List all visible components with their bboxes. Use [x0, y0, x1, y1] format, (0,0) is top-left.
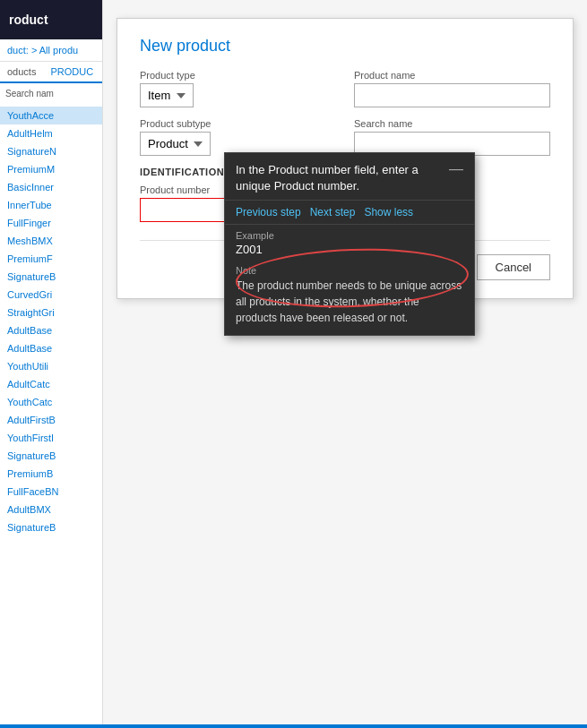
breadcrumb: duct: > All produ — [0, 39, 102, 62]
note-label: Note — [225, 261, 474, 278]
product-type-group: Product type Item — [140, 70, 336, 107]
list-item[interactable]: AdultCatc — [0, 375, 102, 393]
list-item[interactable]: SignatureB — [0, 447, 102, 465]
product-name-group: Product name — [354, 70, 550, 107]
search-name-group: Search name — [354, 118, 550, 156]
sidebar-search-area: Search nam — [0, 83, 102, 107]
list-item[interactable]: BasicInner — [0, 178, 102, 196]
show-less-link[interactable]: Show less — [364, 206, 413, 218]
example-value: Z001 — [225, 243, 474, 261]
list-item[interactable]: FullFinger — [0, 214, 102, 232]
list-item[interactable]: CurvedGri — [0, 286, 102, 304]
sidebar-title: roduct — [9, 13, 48, 27]
list-item[interactable]: StraightGri — [0, 304, 102, 321]
main-content: New product Product type Item Product na… — [103, 0, 587, 728]
tooltip-popup: In the Product number field, enter a uni… — [224, 152, 475, 336]
sidebar-header: roduct — [0, 0, 102, 39]
product-name-input[interactable] — [354, 83, 550, 107]
sidebar-tabs: oducts PRODUC — [0, 62, 102, 83]
list-item[interactable]: AdultFirstB — [0, 411, 102, 429]
cancel-button[interactable]: Cancel — [477, 254, 550, 280]
previous-step-link[interactable]: Previous step — [236, 206, 301, 218]
tooltip-header: In the Product number field, enter a uni… — [225, 153, 474, 201]
product-subtype-select[interactable]: Product — [140, 132, 211, 156]
product-subtype-group: Product subtype Product — [140, 118, 336, 156]
list-item[interactable]: YouthCatc — [0, 393, 102, 411]
list-item[interactable]: YouthFirstI — [0, 429, 102, 447]
product-name-label: Product name — [354, 70, 550, 81]
list-item[interactable]: MeshBMX — [0, 232, 102, 250]
list-item[interactable]: SignatureN — [0, 142, 102, 160]
product-type-select[interactable]: Item — [140, 83, 194, 107]
tab-produc[interactable]: PRODUC — [43, 62, 100, 83]
product-list: YouthAcce AdultHelm SignatureN PremiumM … — [0, 107, 102, 536]
list-item[interactable]: SignatureB — [0, 268, 102, 286]
tooltip-close-button[interactable]: — — [449, 162, 463, 176]
list-item[interactable]: PremiumF — [0, 250, 102, 268]
bottom-bar — [0, 724, 587, 728]
product-subtype-label: Product subtype — [140, 118, 336, 129]
list-item[interactable]: YouthUtili — [0, 357, 102, 375]
tab-products[interactable]: oducts — [0, 62, 43, 81]
list-item[interactable]: PremiumB — [0, 465, 102, 483]
tooltip-title: In the Product number field, enter a uni… — [236, 162, 442, 194]
list-item[interactable]: AdultBase — [0, 339, 102, 357]
list-item[interactable]: FullFaceBN — [0, 483, 102, 501]
search-label: Search nam — [5, 89, 97, 98]
list-item[interactable]: AdultHelm — [0, 124, 102, 142]
form-row-1: Product type Item Product name — [140, 70, 550, 107]
list-item[interactable]: AdultBMX — [0, 501, 102, 518]
list-item[interactable]: YouthAcce — [0, 107, 102, 124]
tooltip-navigation: Previous step Next step Show less — [225, 201, 474, 225]
list-item[interactable]: PremiumM — [0, 160, 102, 178]
list-item[interactable]: InnerTube — [0, 196, 102, 214]
next-step-link[interactable]: Next step — [310, 206, 356, 218]
sidebar: roduct duct: > All produ oducts PRODUC S… — [0, 0, 103, 728]
list-item[interactable]: SignatureB — [0, 518, 102, 536]
example-label: Example — [225, 225, 474, 243]
search-name-label: Search name — [354, 118, 550, 129]
dialog-title: New product — [140, 37, 550, 56]
list-item[interactable]: AdultBase — [0, 321, 102, 339]
note-text: The product number needs to be unique ac… — [225, 278, 474, 335]
form-row-2: Product subtype Product Search name — [140, 118, 550, 156]
product-type-label: Product type — [140, 70, 336, 81]
